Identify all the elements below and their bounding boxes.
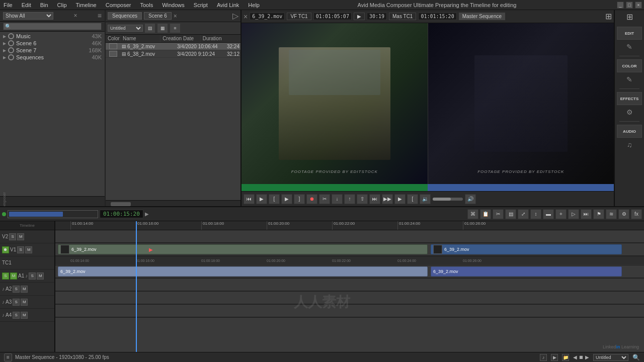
a2-m-btn[interactable]: M — [21, 286, 28, 293]
ff-btn[interactable]: ▶▶ — [382, 194, 393, 204]
a4-m-btn[interactable]: M — [21, 312, 28, 319]
vol-down-btn[interactable]: 🔉 — [420, 194, 431, 204]
sequences-close[interactable]: × — [174, 13, 177, 20]
locators-btn[interactable]: ⚑ — [593, 209, 604, 219]
segment-btn[interactable]: ▤ — [505, 209, 516, 219]
statusbar-video-btn[interactable]: ▶ — [551, 354, 558, 361]
match-frame-btn[interactable]: ✂ — [493, 209, 504, 219]
monitor-expand-btn[interactable]: ⊞ — [605, 12, 612, 21]
sync-btn[interactable]: ⤢ — [518, 209, 529, 219]
maximize-button[interactable]: □ — [626, 2, 633, 9]
left-panel-menu-icon[interactable]: ≡ — [98, 12, 102, 20]
edit-button[interactable]: EDIT — [617, 27, 642, 40]
nav-play-btn[interactable]: ▶ — [585, 354, 589, 360]
sequences-expand[interactable]: ▷ — [232, 11, 238, 21]
v1-sync-btn[interactable]: S — [17, 246, 24, 253]
audio-follow-btn[interactable]: ↕ — [530, 209, 541, 219]
statusbar-search-icon[interactable]: 🔍 — [632, 354, 640, 361]
a1-clip-blue[interactable]: 6_39_2.mov — [431, 266, 622, 277]
mas-tc1-btn[interactable]: Mas TC1 — [389, 13, 416, 20]
minimize-button[interactable]: _ — [617, 2, 624, 9]
step-fwd-btn[interactable]: ⏭ — [369, 194, 380, 204]
menu-edit[interactable]: Edit — [20, 2, 33, 9]
menu-avid-link[interactable]: Avid Link — [215, 2, 240, 9]
bin-item-scene7[interactable]: ▶ Scene 7 168K — [0, 47, 105, 54]
play-master-btn[interactable]: ▶ — [394, 194, 406, 204]
lift-btn[interactable]: ↑ — [344, 194, 355, 204]
sequence-name-select[interactable]: Untitled — [593, 354, 628, 361]
play-btn[interactable]: ▶ — [256, 194, 267, 204]
v2-mute-btn[interactable]: M — [17, 233, 24, 240]
sequences-scrollbar[interactable] — [106, 200, 240, 206]
v1-mute-btn[interactable]: M — [25, 246, 32, 253]
map-btn[interactable]: ≋ — [606, 209, 617, 219]
bin-item-sequences[interactable]: ▶ Sequences 40K — [0, 54, 105, 61]
v1-record-btn[interactable]: ⏺ — [2, 246, 9, 253]
a4-s-btn[interactable]: S — [13, 312, 20, 319]
a2-s-btn[interactable]: S — [13, 286, 20, 293]
go-mark-btn[interactable]: ⏭ — [581, 209, 592, 219]
left-panel-close[interactable]: × — [73, 12, 77, 19]
play-forward-indicator[interactable]: ▶ — [145, 211, 149, 217]
a1-s-btn[interactable]: S — [29, 273, 36, 280]
a1-src-btn[interactable]: S — [2, 273, 9, 280]
bin-item-scene6[interactable]: ▶ Scene 6 46K — [0, 40, 105, 47]
bin-item-music[interactable]: ▶ Music 43K — [0, 33, 105, 40]
v1-clip-main[interactable]: 6_39_2.mov ▶ — [58, 244, 428, 254]
fx-on-btn[interactable]: fx — [631, 209, 642, 219]
timeline-playhead[interactable] — [136, 221, 137, 352]
volume-slider[interactable] — [433, 198, 463, 201]
grid-view-btn[interactable]: ▤ — [144, 23, 155, 33]
seq-row-0[interactable]: ▤ 6_39_2.mov 3/4/2020 10:06:44 32:24 — [106, 43, 240, 50]
audio-button[interactable]: AUDIO — [617, 125, 642, 138]
nav-stop-btn[interactable]: ⏹ — [579, 354, 584, 360]
source-play-btn[interactable]: ▶ — [354, 13, 365, 20]
statusbar-folder-btn[interactable]: 📁 — [562, 354, 569, 361]
menu-tools[interactable]: Tools — [138, 2, 154, 9]
extract-btn[interactable]: ⇧ — [357, 194, 368, 204]
show-all-dropdown[interactable]: Show All — [3, 12, 53, 20]
paste-btn[interactable]: 📋 — [480, 209, 491, 219]
record-btn[interactable]: ⏺ — [306, 194, 317, 204]
settings-btn[interactable]: ⚙ — [618, 209, 629, 219]
vf-tc1-btn[interactable]: VF TC1 — [287, 13, 311, 20]
record-timebar[interactable] — [428, 184, 614, 191]
mark-in-master[interactable]: [ — [407, 194, 418, 204]
clip-btn[interactable]: ▬ — [543, 209, 554, 219]
nav-prev-btn[interactable]: ◀ — [573, 354, 577, 360]
menu-timeline[interactable]: Timeline — [74, 2, 98, 9]
effects-fx-icon[interactable]: ⚙ — [623, 106, 635, 118]
menu-help[interactable]: Help — [247, 2, 261, 9]
a1-rec-btn[interactable]: M — [10, 273, 17, 280]
play-fwd-btn[interactable]: ▶ — [281, 194, 292, 204]
seq-row-1[interactable]: ▤ 6_38_2.mov 3/4/2020 9:10:24 32:12 — [106, 50, 240, 58]
statusbar-audio-btn[interactable]: ♪ — [540, 354, 547, 361]
untitled-select[interactable]: Untitled — [108, 25, 143, 32]
vol-up-btn[interactable]: 🔊 — [465, 194, 476, 204]
audio-speaker-icon[interactable]: ♫ — [623, 139, 635, 151]
v1-clip-blue[interactable]: 6_39_2.mov — [431, 244, 622, 254]
step-back-btn[interactable]: ⏮ — [244, 194, 255, 204]
list-view-btn[interactable]: ▦ — [157, 23, 168, 33]
effects-panel-icon[interactable]: ⊞ — [626, 13, 633, 21]
menu-clip[interactable]: Clip — [56, 2, 68, 9]
v2-sync-btn[interactable]: S — [9, 233, 16, 240]
menu-windows[interactable]: Windows — [160, 2, 186, 9]
menu-bin[interactable]: Bin — [39, 2, 50, 9]
menu-composer[interactable]: Composer — [104, 2, 133, 9]
effects-button[interactable]: EFFECTS — [617, 92, 642, 105]
close-button[interactable]: × — [635, 2, 642, 9]
add-edit-btn[interactable]: + — [555, 209, 567, 219]
master-seq-btn[interactable]: Master Sequence — [459, 13, 505, 20]
a1-clip-main[interactable]: 6_39_2.mov — [58, 266, 428, 277]
source-timebar[interactable] — [242, 184, 428, 191]
sequences-tab[interactable]: Sequences — [108, 12, 142, 20]
splice-btn[interactable]: ✂ — [319, 194, 330, 204]
menu-script[interactable]: Script — [192, 2, 209, 9]
statusbar-menu-btn[interactable]: ≡ — [4, 353, 12, 361]
mark-out-btn[interactable]: ] — [294, 194, 305, 204]
a3-m-btn[interactable]: M — [21, 299, 28, 306]
search-input[interactable] — [3, 23, 102, 30]
color-button[interactable]: COLOR — [617, 59, 642, 72]
menu-file[interactable]: File — [2, 2, 14, 9]
